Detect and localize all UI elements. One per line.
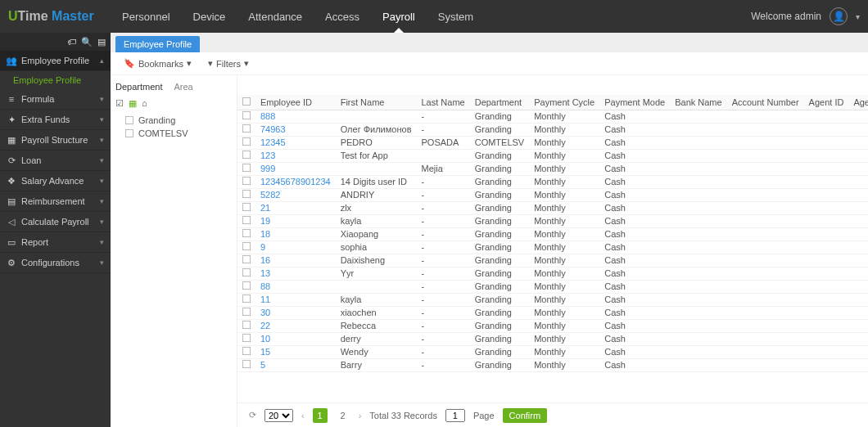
row-checkbox[interactable]	[242, 242, 251, 250]
employee-id-link[interactable]: 12345678901234	[255, 176, 336, 189]
row-checkbox[interactable]	[242, 137, 251, 146]
employee-id-link[interactable]: 9	[255, 241, 336, 254]
col-header[interactable]: Department	[470, 95, 530, 110]
row-checkbox[interactable]	[242, 203, 251, 211]
checkbox-icon[interactable]	[125, 129, 133, 137]
row-checkbox[interactable]	[242, 190, 251, 198]
sidebar-item-loan[interactable]: ⟳Loan▾	[0, 151, 111, 171]
topnav-item-device[interactable]: Device	[182, 0, 237, 33]
sidebar-item-reimbursement[interactable]: ▤Reimbursement▾	[0, 191, 111, 212]
page-number-input[interactable]	[445, 409, 465, 422]
employee-id-link[interactable]: 999	[255, 163, 336, 176]
row-checkbox[interactable]	[242, 308, 251, 316]
filter-icon: ▾	[208, 58, 213, 69]
employee-id-link[interactable]: 5282	[255, 189, 336, 202]
row-checkbox[interactable]	[242, 216, 251, 224]
sidebar-item-payroll-structure[interactable]: ▦Payroll Structure▾	[0, 130, 111, 151]
employee-id-link[interactable]: 88	[255, 281, 336, 294]
tree-check-all-icon[interactable]: ☑	[115, 98, 124, 109]
col-header[interactable]: First Name	[336, 95, 417, 110]
tree-tab-department[interactable]: Department	[115, 82, 162, 92]
tree-tab-area[interactable]: Area	[174, 82, 192, 92]
row-checkbox[interactable]	[242, 255, 251, 263]
tree-node-granding[interactable]: Granding	[115, 114, 232, 127]
row-checkbox[interactable]	[242, 124, 251, 133]
topnav-item-personnel[interactable]: Personnel	[111, 0, 182, 33]
payment-cycle-cell: Monthly	[529, 346, 599, 359]
row-checkbox[interactable]	[242, 347, 251, 355]
collapse-icon[interactable]: ▤	[97, 37, 106, 47]
col-header[interactable]: Last Name	[416, 95, 469, 110]
row-checkbox[interactable]	[242, 111, 251, 119]
employee-id-link[interactable]: 13	[255, 267, 336, 281]
reload-icon[interactable]: ⟳	[249, 410, 256, 420]
col-header[interactable]: Agent ID	[804, 95, 849, 110]
row-checkbox[interactable]	[242, 151, 251, 159]
topnav-item-access[interactable]: Access	[314, 0, 371, 33]
employee-id-link[interactable]: 15	[255, 346, 336, 359]
filters-button[interactable]: ▾ Filters ▾	[208, 58, 249, 69]
sidebar-item-employee-profile[interactable]: 👥Employee Profile▴	[0, 51, 111, 71]
topnav-item-payroll[interactable]: Payroll	[371, 0, 427, 33]
employee-id-link[interactable]: 12345	[255, 137, 336, 150]
employee-id-link[interactable]: 888	[255, 110, 336, 124]
col-header[interactable]: Payment Cycle	[529, 95, 599, 110]
sidebar-item-extra-funds[interactable]: ✦Extra Funds▾	[0, 110, 111, 130]
row-checkbox[interactable]	[242, 321, 251, 329]
row-checkbox[interactable]	[242, 177, 251, 185]
topnav-item-attendance[interactable]: Attendance	[237, 0, 314, 33]
employee-id-link[interactable]: 5	[255, 359, 336, 372]
search-icon[interactable]: 🔍	[81, 37, 93, 47]
employee-id-link[interactable]: 30	[255, 307, 336, 320]
row-checkbox[interactable]	[242, 294, 251, 303]
topnav-item-system[interactable]: System	[427, 0, 485, 33]
employee-id-link[interactable]: 18	[255, 228, 336, 241]
sidebar-item-configurations[interactable]: ⚙Configurations▾	[0, 253, 111, 273]
sidebar-item-report[interactable]: ▭Report▾	[0, 232, 111, 253]
user-menu-caret-icon[interactable]: ▾	[856, 12, 860, 21]
first-name-cell: Daixisheng	[336, 254, 417, 267]
page-1-button[interactable]: 1	[313, 408, 328, 423]
col-header[interactable]: Agent Account	[848, 95, 868, 110]
employee-id-link[interactable]: 22	[255, 320, 336, 333]
tree-node-comtelsv[interactable]: COMTELSV	[115, 127, 232, 140]
employee-id-link[interactable]: 74963	[255, 124, 336, 137]
topbar: UTime Master PersonnelDeviceAttendanceAc…	[0, 0, 868, 33]
chevron-icon: ▴	[100, 56, 104, 65]
payment-cycle-cell: Monthly	[529, 241, 599, 254]
confirm-button[interactable]: Confirm	[503, 408, 548, 423]
user-avatar-icon[interactable]: 👤	[830, 7, 848, 25]
employee-id-link[interactable]: 16	[255, 254, 336, 267]
employee-id-link[interactable]: 21	[255, 202, 336, 215]
col-header[interactable]: Payment Mode	[599, 95, 670, 110]
topbar-right: Welcome admin 👤 ▾	[751, 7, 868, 25]
tab-employee-profile[interactable]: Employee Profile	[115, 36, 200, 52]
page-2-button[interactable]: 2	[336, 408, 350, 423]
row-checkbox[interactable]	[242, 268, 251, 276]
row-checkbox[interactable]	[242, 360, 251, 368]
checkbox-icon[interactable]	[125, 116, 133, 124]
tree-expand-icon[interactable]: ▦	[129, 98, 137, 109]
tag-icon[interactable]: 🏷	[67, 37, 76, 47]
row-checkbox[interactable]	[242, 334, 251, 342]
row-checkbox[interactable]	[242, 164, 251, 172]
col-header[interactable]: Employee ID	[255, 95, 336, 110]
employee-id-link[interactable]: 19	[255, 215, 336, 228]
page-size-select[interactable]: 20	[264, 409, 293, 422]
sidebar-item-formula[interactable]: ≡Formula▾	[0, 89, 111, 110]
sidebar-item-salary-advance[interactable]: ❖Salary Advance▾	[0, 171, 111, 191]
next-page-icon[interactable]: ›	[359, 411, 362, 420]
employee-id-link[interactable]: 11	[255, 294, 336, 307]
sidebar-subitem-employee-profile[interactable]: Employee Profile	[0, 71, 111, 89]
row-checkbox[interactable]	[242, 281, 251, 290]
employee-id-link[interactable]: 123	[255, 150, 336, 163]
bookmarks-button[interactable]: 🔖 Bookmarks ▾	[124, 58, 192, 69]
tree-hierarchy-icon[interactable]: ⌂	[142, 98, 147, 109]
employee-id-link[interactable]: 10	[255, 333, 336, 346]
col-header[interactable]: Account Number	[727, 95, 804, 110]
col-header[interactable]: Bank Name	[670, 95, 726, 110]
select-all-checkbox[interactable]	[242, 97, 251, 106]
prev-page-icon[interactable]: ‹	[301, 411, 305, 420]
sidebar-item-calculate-payroll[interactable]: ◁Calculate Payroll▾	[0, 212, 111, 232]
row-checkbox[interactable]	[242, 229, 251, 237]
